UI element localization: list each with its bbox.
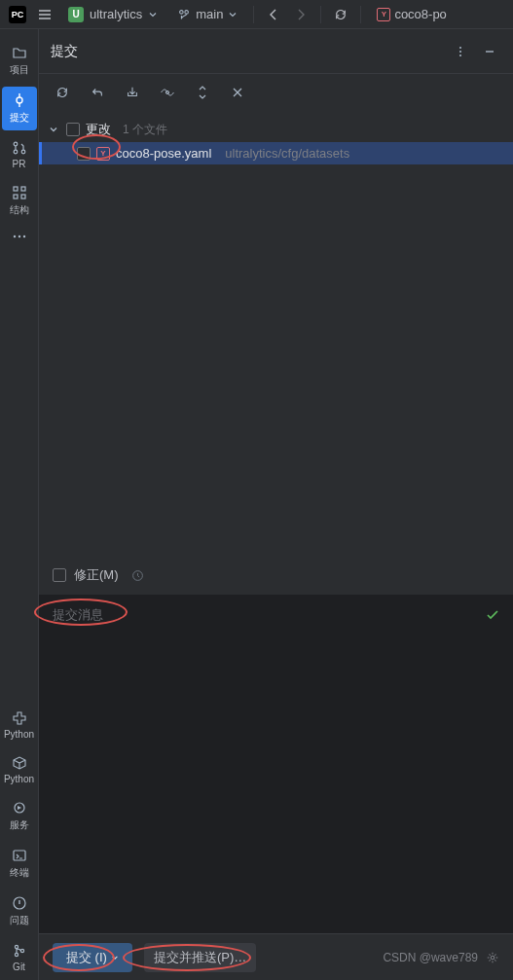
divider xyxy=(320,6,321,23)
terminal-icon xyxy=(12,848,27,863)
svg-point-8 xyxy=(13,236,15,237)
svg-point-19 xyxy=(459,54,461,56)
branch-name: main xyxy=(196,7,223,21)
problems-icon xyxy=(12,895,27,911)
git-branch-icon xyxy=(177,8,191,21)
editor-background xyxy=(39,635,513,933)
yaml-file-icon: Y xyxy=(96,147,110,161)
sidebar-item-python[interactable]: Python xyxy=(2,705,37,745)
sidebar-item-python-packages[interactable]: Python xyxy=(2,749,37,790)
sidebar-label: 服务 xyxy=(10,818,29,832)
svg-point-18 xyxy=(459,51,461,53)
branch-selector[interactable]: main xyxy=(169,5,245,23)
sidebar-item-more[interactable] xyxy=(2,227,37,246)
sidebar-label: 问题 xyxy=(10,914,29,927)
settings-icon[interactable] xyxy=(486,951,499,964)
changelists-icon[interactable] xyxy=(226,81,249,104)
editor-tab[interactable]: Y coco8-po xyxy=(369,0,454,28)
svg-rect-7 xyxy=(21,195,25,199)
refresh-icon[interactable] xyxy=(51,81,74,104)
chevron-down-icon xyxy=(148,10,158,19)
sidebar-label: Git xyxy=(13,962,25,972)
rollback-icon[interactable] xyxy=(86,81,109,104)
minimize-icon[interactable] xyxy=(478,40,501,63)
amend-label: 修正(M) xyxy=(74,566,119,584)
commit-panel-title: 提交 xyxy=(51,43,78,60)
sidebar-label: 提交 xyxy=(10,111,29,125)
sidebar-label: Python xyxy=(4,774,34,784)
options-icon[interactable] xyxy=(449,40,472,63)
change-group-name: 更改 xyxy=(86,121,111,138)
svg-point-16 xyxy=(20,949,23,952)
file-checkbox[interactable] xyxy=(77,147,91,161)
svg-rect-4 xyxy=(14,187,18,191)
app-icon: PC xyxy=(6,3,29,26)
svg-point-9 xyxy=(18,236,19,237)
project-selector[interactable]: U ultralytics xyxy=(60,5,165,24)
checkmark-icon xyxy=(486,608,499,622)
main-menu-icon[interactable] xyxy=(33,3,56,26)
sidebar-item-pr[interactable]: PR xyxy=(2,134,37,175)
sidebar-item-problems[interactable]: 问题 xyxy=(2,889,37,933)
sidebar-label: 终端 xyxy=(10,866,29,880)
services-icon xyxy=(12,800,27,816)
refresh-icon[interactable] xyxy=(329,3,352,26)
commit-and-push-button[interactable]: 提交并推送(P)… xyxy=(144,943,256,972)
nav-forward-icon[interactable] xyxy=(289,3,312,26)
watermark-text: CSDN @wave789 xyxy=(383,951,478,964)
svg-point-15 xyxy=(15,953,18,956)
project-name: ultralytics xyxy=(90,7,142,21)
chevron-down-icon xyxy=(228,10,238,19)
sidebar-label: PR xyxy=(13,159,26,169)
python-icon xyxy=(12,710,27,726)
svg-point-22 xyxy=(491,956,495,960)
sidebar-item-project[interactable]: 项目 xyxy=(2,39,37,83)
commit-icon xyxy=(12,92,27,108)
changed-file-name: coco8-pose.yaml xyxy=(116,146,211,161)
amend-checkbox[interactable] xyxy=(53,568,66,582)
svg-point-3 xyxy=(21,150,25,154)
yaml-file-icon: Y xyxy=(377,8,390,21)
chevron-down-icon[interactable] xyxy=(49,125,60,134)
nav-back-icon[interactable] xyxy=(262,3,285,26)
svg-point-1 xyxy=(14,142,18,146)
group-checkbox[interactable] xyxy=(66,123,80,136)
structure-icon xyxy=(12,185,27,200)
commit-panel-header: 提交 xyxy=(39,29,513,74)
tab-file-name: coco8-po xyxy=(394,7,446,21)
diff-icon[interactable] xyxy=(156,81,179,104)
file-count: 1 个文件 xyxy=(123,122,167,138)
divider xyxy=(360,6,361,23)
commit-message-input[interactable]: 提交消息 xyxy=(39,595,513,635)
group-by-icon[interactable] xyxy=(191,81,214,104)
sidebar-item-structure[interactable]: 结构 xyxy=(2,179,37,223)
divider xyxy=(253,6,254,23)
shelve-icon[interactable] xyxy=(121,81,144,104)
packages-icon xyxy=(12,755,27,771)
svg-point-2 xyxy=(14,150,18,154)
changed-file-path: ultralytics/cfg/datasets xyxy=(225,146,349,161)
svg-point-17 xyxy=(459,47,461,49)
sidebar-item-git[interactable]: Git xyxy=(2,937,37,978)
commit-message-placeholder: 提交消息 xyxy=(53,606,103,624)
history-icon[interactable] xyxy=(127,563,150,587)
commit-button[interactable]: 提交 (I) xyxy=(53,943,132,972)
sidebar-label: 结构 xyxy=(10,203,29,217)
commit-button-label: 提交 (I) xyxy=(66,949,107,966)
changed-file-row[interactable]: Y coco8-pose.yaml ultralytics/cfg/datase… xyxy=(39,142,513,164)
commit-toolbar xyxy=(39,74,513,111)
sidebar-item-commit[interactable]: 提交 xyxy=(2,87,37,130)
project-icon: U xyxy=(68,7,84,22)
folder-icon xyxy=(12,45,27,60)
chevron-down-icon xyxy=(111,954,119,962)
amend-row: 修正(M) xyxy=(39,556,513,595)
pull-request-icon xyxy=(12,140,27,156)
sidebar-item-services[interactable]: 服务 xyxy=(2,794,37,838)
change-group-row[interactable]: 更改 1 个文件 xyxy=(39,117,513,142)
svg-rect-5 xyxy=(21,187,25,191)
more-icon xyxy=(12,233,27,240)
git-icon xyxy=(12,943,27,959)
svg-point-10 xyxy=(22,236,24,237)
svg-rect-6 xyxy=(14,195,18,199)
sidebar-item-terminal[interactable]: 终端 xyxy=(2,842,37,886)
